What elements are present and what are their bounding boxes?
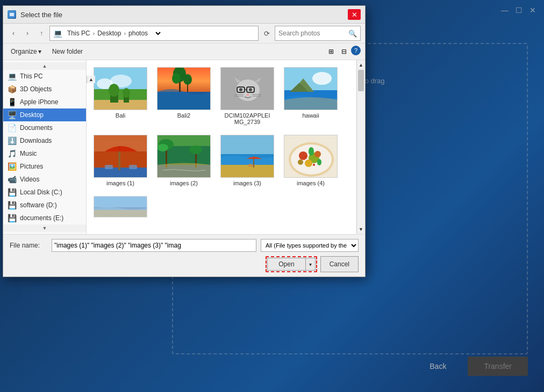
svg-point-61 bbox=[305, 159, 312, 167]
search-input[interactable] bbox=[278, 30, 348, 37]
file-thumb-dcim bbox=[220, 67, 274, 110]
address-bar[interactable]: 💻 This PC › Desktop › photos bbox=[49, 26, 259, 41]
svg-rect-40 bbox=[129, 165, 137, 169]
file-name-bali: Bali bbox=[116, 112, 125, 119]
software-d-icon: 💾 bbox=[8, 201, 17, 209]
sidebar-scroll-up[interactable]: ▲ bbox=[3, 62, 86, 70]
breadcrumb: 💻 This PC › Desktop › photos bbox=[53, 29, 149, 38]
file-thumb-images4 bbox=[284, 135, 338, 178]
file-item-images2[interactable]: images (2) bbox=[154, 132, 213, 189]
help-button[interactable]: ? bbox=[351, 46, 361, 55]
sidebar-item-this-pc[interactable]: 💻 This PC bbox=[3, 70, 86, 83]
forward-nav-button[interactable]: › bbox=[22, 27, 33, 39]
open-dropdown-button[interactable]: ▾ bbox=[306, 258, 316, 271]
svg-point-17 bbox=[183, 74, 192, 85]
file-item-bali[interactable]: Bali bbox=[91, 64, 150, 128]
file-name-images1: images (1) bbox=[106, 180, 134, 186]
this-pc-icon: 💻 bbox=[8, 72, 17, 81]
sidebar: ▲ 💻 This PC 📦 3D Objects 📱 Apple iPhone … bbox=[3, 60, 87, 234]
svg-rect-1 bbox=[10, 13, 14, 16]
sidebar-label-this-pc: This PC bbox=[20, 72, 43, 80]
svg-point-62 bbox=[314, 151, 321, 157]
sidebar-label-software-d: software (D:) bbox=[20, 201, 57, 209]
sidebar-label-desktop: Desktop bbox=[20, 111, 44, 119]
organize-toolbar: Organize ▾ New folder ⊞ ⊟ ? bbox=[3, 43, 365, 60]
sidebar-label-documents: Documents bbox=[20, 124, 53, 132]
sidebar-label-pictures: Pictures bbox=[20, 163, 43, 170]
sidebar-label-local-disk-c: Local Disk (C:) bbox=[20, 188, 62, 196]
view-details-button[interactable]: ⊟ bbox=[338, 46, 350, 57]
file-thumb-images3 bbox=[220, 135, 274, 178]
sidebar-item-apple-iphone[interactable]: 📱 Apple iPhone bbox=[3, 96, 86, 108]
filename-input[interactable] bbox=[52, 239, 256, 252]
organize-button[interactable]: Organize ▾ bbox=[8, 47, 45, 56]
filename-row: File name: All (File types supported by … bbox=[10, 239, 359, 252]
documents-e-icon: 💾 bbox=[8, 214, 17, 222]
local-disk-c-icon: 💾 bbox=[8, 188, 17, 197]
svg-rect-69 bbox=[94, 197, 147, 207]
sidebar-item-music[interactable]: 🎵 Music bbox=[3, 147, 86, 160]
svg-point-66 bbox=[305, 156, 307, 158]
file-item-images3[interactable]: images (3) bbox=[218, 132, 277, 189]
sidebar-label-videos: Videos bbox=[20, 176, 39, 183]
desktop-icon: 🖥️ bbox=[8, 111, 17, 119]
file-name-images2: images (2) bbox=[170, 180, 198, 186]
sidebar-item-pictures[interactable]: 🖼️ Pictures bbox=[3, 160, 86, 173]
address-dropdown[interactable] bbox=[152, 30, 162, 37]
sidebar-item-3d-objects[interactable]: 📦 3D Objects bbox=[3, 83, 86, 96]
vertical-scrollbar[interactable]: ▲ ▼ bbox=[356, 60, 365, 234]
svg-point-34 bbox=[312, 72, 332, 85]
refresh-button[interactable]: ⟳ bbox=[261, 27, 273, 39]
open-button-group: Open ▾ bbox=[266, 256, 317, 272]
scroll-thumb[interactable] bbox=[358, 70, 364, 91]
svg-point-64 bbox=[309, 147, 314, 156]
file-name-dcim: DCIM102APPLEIMG_2739 bbox=[225, 112, 270, 125]
file-item-dcim[interactable]: DCIM102APPLEIMG_2739 bbox=[218, 64, 277, 128]
sidebar-item-videos[interactable]: 📹 Videos bbox=[3, 173, 86, 186]
apple-iphone-icon: 📱 bbox=[8, 98, 17, 106]
file-item-bali2[interactable]: Bali2 bbox=[154, 64, 213, 128]
file-item-images1[interactable]: images (1) bbox=[91, 132, 150, 189]
file-item-images4[interactable]: images (4) bbox=[281, 132, 340, 189]
scroll-up-arrow[interactable]: ▲ bbox=[357, 60, 366, 70]
sidebar-item-documents[interactable]: 📄 Documents bbox=[3, 121, 86, 134]
svg-point-48 bbox=[189, 146, 202, 154]
search-icon: 🔍 bbox=[348, 30, 357, 38]
view-toggle-button[interactable]: ⊞ bbox=[325, 46, 337, 57]
filetype-select[interactable]: All (File types supported by the bbox=[261, 239, 359, 252]
filename-label: File name: bbox=[10, 242, 47, 249]
file-item-hawaii[interactable]: hawaii bbox=[281, 64, 340, 128]
sidebar-item-local-disk-c[interactable]: 💾 Local Disk (C:) bbox=[3, 186, 86, 199]
file-item-partial[interactable] bbox=[91, 193, 150, 220]
file-grid-container: Bali bbox=[87, 60, 356, 234]
dialog-title: Select the file bbox=[20, 11, 348, 19]
file-thumb-hawaii bbox=[284, 67, 338, 110]
new-folder-button[interactable]: New folder bbox=[49, 47, 86, 56]
sidebar-label-music: Music bbox=[20, 150, 37, 157]
dialog-close-button[interactable]: ✕ bbox=[348, 9, 361, 20]
file-thumb-partial bbox=[94, 196, 147, 217]
svg-point-59 bbox=[299, 151, 307, 160]
sidebar-scroll-down[interactable]: ▼ bbox=[3, 224, 86, 232]
sidebar-item-software-d[interactable]: 💾 software (D:) bbox=[3, 199, 86, 212]
search-box: 🔍 bbox=[275, 26, 361, 41]
file-grid: Bali bbox=[91, 64, 352, 189]
back-nav-button[interactable]: ‹ bbox=[8, 27, 19, 39]
crumb-desktop[interactable]: Desktop bbox=[96, 29, 123, 38]
crumb-this-pc[interactable]: This PC bbox=[66, 29, 92, 38]
sidebar-item-desktop[interactable]: 🖥️ Desktop bbox=[3, 108, 86, 121]
up-nav-button[interactable]: ↑ bbox=[35, 27, 47, 39]
crumb-photos[interactable]: photos bbox=[127, 29, 149, 38]
sidebar-item-documents-e[interactable]: 💾 documents (E:) bbox=[3, 212, 86, 224]
svg-point-67 bbox=[313, 164, 315, 166]
svg-point-55 bbox=[248, 164, 253, 167]
sidebar-item-downloads[interactable]: ⬇️ Downloads bbox=[3, 134, 86, 147]
scroll-down-arrow[interactable]: ▼ bbox=[357, 224, 366, 234]
file-name-images3: images (3) bbox=[233, 180, 261, 186]
open-button[interactable]: Open bbox=[267, 258, 305, 271]
svg-point-8 bbox=[109, 84, 119, 97]
downloads-icon: ⬇️ bbox=[8, 136, 17, 145]
svg-point-65 bbox=[317, 159, 321, 165]
content-scroll-up[interactable]: ▲ bbox=[87, 76, 95, 83]
cancel-button[interactable]: Cancel bbox=[320, 256, 359, 272]
